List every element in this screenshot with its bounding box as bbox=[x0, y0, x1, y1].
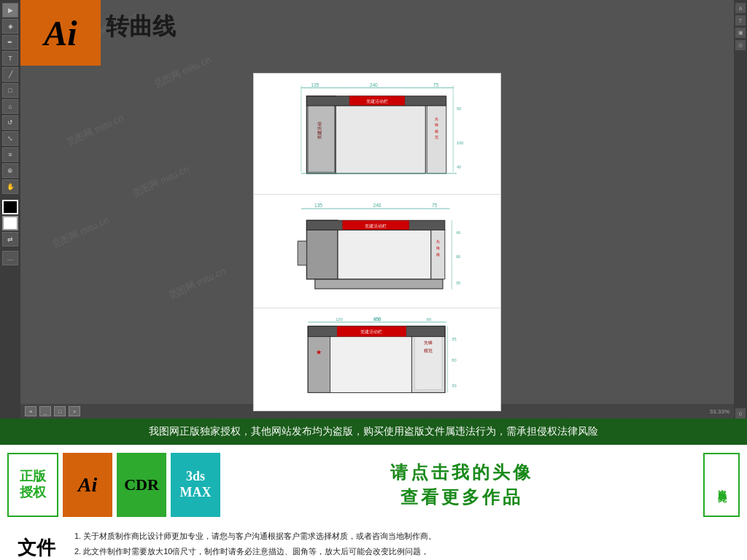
cta-line2: 查看更多作品 bbox=[225, 485, 699, 510]
svg-text:模: 模 bbox=[435, 129, 438, 133]
fill-color[interactable] bbox=[2, 200, 18, 214]
svg-text:党建活动栏: 党建活动栏 bbox=[366, 98, 388, 104]
svg-text:40: 40 bbox=[457, 165, 461, 169]
daobao-badge: 盗版必究 bbox=[703, 453, 740, 517]
scale-tool[interactable]: ⤡ bbox=[2, 131, 18, 146]
right-toolbar: A T ▣ ◎ 0 bbox=[734, 0, 747, 419]
stroke-color[interactable] bbox=[2, 216, 18, 230]
select-tool[interactable]: ▶ bbox=[2, 3, 18, 18]
rotate-tool[interactable]: ↺ bbox=[2, 115, 18, 130]
paintbrush-tool[interactable]: ⌂ bbox=[2, 99, 18, 114]
svg-rect-60 bbox=[414, 329, 442, 389]
blueprint-svg-2: 135 240 75 党建 bbox=[260, 201, 495, 299]
svg-text:党建活动栏: 党建活动栏 bbox=[360, 329, 382, 334]
svg-text:75: 75 bbox=[432, 203, 438, 208]
canvas-area: 觅图网 mitu.cn 觅图网 mitu.cn 觅图网 mitu.cn 觅图网 … bbox=[20, 0, 734, 419]
svg-text:党建活动: 党建活动 bbox=[317, 122, 322, 139]
rt-2[interactable]: T bbox=[735, 15, 746, 26]
ai-logo-canvas: Ai bbox=[20, 0, 101, 66]
document-area: 135 240 75 党建活动 党建 bbox=[253, 73, 501, 411]
ai-badge: Ai bbox=[63, 453, 112, 517]
type-tool[interactable]: T bbox=[2, 51, 18, 66]
doc-item-2: 2. 此文件制作时需要放大10倍尺寸，制作时请务必注意描边、圆角等，放大后可能会… bbox=[74, 545, 740, 559]
svg-text:240: 240 bbox=[370, 82, 378, 88]
graph-tool[interactable]: ≡ bbox=[2, 147, 18, 162]
svg-text:200: 200 bbox=[374, 317, 380, 322]
wm-3: 觅图网 mitu.cn bbox=[64, 112, 125, 149]
ai-badge-label: Ai bbox=[78, 473, 97, 497]
doc-title-line1: 文件 bbox=[18, 537, 55, 559]
more-tools[interactable]: … bbox=[2, 251, 18, 265]
pen-tool[interactable]: ✒ bbox=[2, 35, 18, 50]
hand-tool[interactable]: ✋ bbox=[2, 179, 18, 194]
wm-5: 觅图网 mitu.cn bbox=[50, 214, 111, 252]
rt-4[interactable]: ◎ bbox=[735, 40, 746, 50]
svg-rect-17 bbox=[336, 106, 425, 174]
svg-text:120: 120 bbox=[336, 317, 342, 322]
wm-2: 觅图网 mitu.cn bbox=[152, 53, 213, 91]
rt-1[interactable]: A bbox=[735, 3, 746, 13]
illustrator-area: ▶ ◈ ✒ T ╱ □ ⌂ ↺ ⤡ ≡ ⊕ ✋ ⇄ … Ai 转曲线 bbox=[0, 0, 747, 419]
rt-3[interactable]: ▣ bbox=[735, 28, 746, 38]
svg-text:60: 60 bbox=[427, 317, 431, 322]
svg-text:240: 240 bbox=[373, 203, 381, 208]
svg-text:锋: 锋 bbox=[436, 246, 440, 250]
canvas-title: 转曲线 bbox=[106, 11, 176, 43]
left-toolbar: ▶ ◈ ✒ T ╱ □ ⌂ ↺ ⤡ ≡ ⊕ ✋ ⇄ … bbox=[0, 0, 20, 419]
svg-text:50: 50 bbox=[457, 106, 461, 111]
tb-btn-2[interactable]: _ bbox=[39, 406, 51, 416]
warning-text: 我图网正版独家授权，其他网站发布均为盗版，购买使用盗版文件属违法行为，需承担侵权… bbox=[149, 425, 598, 437]
daobao-text: 盗版必究 bbox=[716, 482, 728, 488]
svg-text:35: 35 bbox=[456, 281, 460, 285]
svg-text:40: 40 bbox=[456, 230, 460, 235]
svg-text:党建活动栏: 党建活动栏 bbox=[365, 223, 387, 228]
doc-content: 1. 关于材质制作商比设计师更加专业，请您与客户沟通根据客户需求选择材质，或者咨… bbox=[74, 529, 740, 560]
rt-5[interactable]: 0 bbox=[735, 408, 746, 419]
direct-select-tool[interactable]: ◈ bbox=[2, 19, 18, 34]
svg-rect-33 bbox=[315, 279, 443, 289]
svg-text:先锋: 先锋 bbox=[424, 341, 433, 345]
tb-btn-4[interactable]: × bbox=[69, 406, 80, 416]
badge-row: 正版 授权 Ai CDR 3ds MAX 请点击我的头像 查看更多作品 bbox=[0, 445, 747, 525]
doc-title: 文件 说明 bbox=[18, 536, 55, 560]
blueprint-svg-3: 450 120 200 60 ★ bbox=[260, 314, 495, 402]
svg-text:30: 30 bbox=[452, 384, 456, 388]
blueprint-section-1: 135 240 75 党建活动 党建 bbox=[254, 74, 500, 195]
svg-rect-41 bbox=[338, 230, 431, 279]
svg-text:75: 75 bbox=[433, 82, 439, 88]
svg-text:80: 80 bbox=[452, 358, 456, 362]
svg-text:★: ★ bbox=[316, 348, 322, 356]
svg-text:90: 90 bbox=[456, 254, 460, 259]
warning-banner: 我图网正版独家授权，其他网站发布均为盗版，购买使用盗版文件属违法行为，需承担侵权… bbox=[0, 419, 747, 445]
svg-text:范: 范 bbox=[435, 135, 438, 139]
svg-text:模: 模 bbox=[436, 252, 440, 257]
max-line2: MAX bbox=[180, 485, 212, 501]
svg-text:模范: 模范 bbox=[424, 349, 433, 353]
zoom-tool[interactable]: ⊕ bbox=[2, 163, 18, 178]
cta-line1: 请点击我的头像 bbox=[225, 460, 699, 485]
doc-item-1: 1. 关于材质制作商比设计师更加专业，请您与客户沟通根据客户需求选择材质，或者咨… bbox=[74, 529, 740, 544]
svg-text:100: 100 bbox=[457, 141, 463, 145]
zhengban-line2: 授权 bbox=[20, 485, 46, 501]
line-tool[interactable]: ╱ bbox=[2, 67, 18, 82]
zhengban-badge: 正版 授权 bbox=[7, 453, 58, 517]
svg-marker-35 bbox=[298, 241, 306, 265]
doc-desc: 文件 说明 1. 关于材质制作商比设计师更加专业，请您与客户沟通根据客户需求选择… bbox=[0, 525, 747, 560]
shape-tool[interactable]: □ bbox=[2, 83, 18, 98]
cta-text: 请点击我的头像 查看更多作品 bbox=[225, 460, 699, 509]
blueprint-section-2: 135 240 75 党建 bbox=[254, 195, 500, 308]
cdr-badge: CDR bbox=[117, 453, 166, 517]
app-container: ▶ ◈ ✒ T ╱ □ ⌂ ↺ ⤡ ≡ ⊕ ✋ ⇄ … Ai 转曲线 bbox=[0, 0, 747, 560]
svg-text:先: 先 bbox=[435, 117, 438, 121]
bottom-section: 正版 授权 Ai CDR 3ds MAX 请点击我的头像 查看更多作品 bbox=[0, 445, 747, 560]
zoom-level: 33.33% bbox=[710, 408, 729, 415]
svg-text:锋: 锋 bbox=[434, 122, 438, 127]
max-badge: 3ds MAX bbox=[171, 453, 220, 517]
max-line1: 3ds bbox=[186, 469, 205, 485]
swap-colors[interactable]: ⇄ bbox=[2, 232, 18, 246]
zhengban-line1: 正版 bbox=[20, 469, 46, 485]
blueprint-svg-1: 135 240 75 党建活动 党建 bbox=[260, 79, 495, 185]
tb-btn-1[interactable]: ≡ bbox=[25, 406, 36, 416]
tb-btn-3[interactable]: □ bbox=[54, 406, 66, 416]
svg-text:先: 先 bbox=[436, 240, 440, 244]
